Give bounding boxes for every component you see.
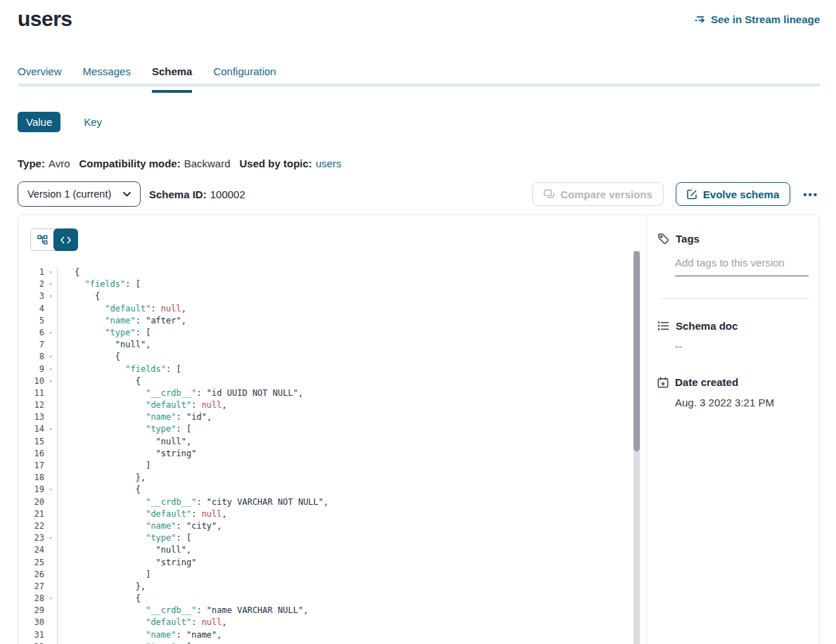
schema-content: 1▾{2▾ "fields": [3▾ {4 "default": null,5… xyxy=(18,214,820,644)
value-toggle-button[interactable]: Value xyxy=(18,112,60,132)
schema-id: Schema ID: 100002 xyxy=(149,188,245,200)
schema-meta-row: Type: Avro Compatibility mode: Backward … xyxy=(18,157,820,169)
fold-spacer xyxy=(44,544,57,556)
code-editor[interactable]: 1▾{2▾ "fields": [3▾ {4 "default": null,5… xyxy=(18,266,646,644)
code-line: 12 "default": null, xyxy=(18,399,646,411)
fold-toggle-icon[interactable]: ▾ xyxy=(44,375,57,387)
date-created-value: Aug. 3 2022 3:21 PM xyxy=(675,397,806,408)
page-title: users xyxy=(18,7,72,31)
fold-spacer xyxy=(44,472,57,484)
code-line: 18 }, xyxy=(18,472,646,484)
line-number: 5 xyxy=(18,315,44,327)
code-text: "null", xyxy=(57,436,646,448)
date-created-title: Date created xyxy=(675,376,738,388)
chevron-down-icon xyxy=(123,192,131,197)
compare-versions-button[interactable]: Compare versions xyxy=(532,182,664,206)
tag-icon xyxy=(657,233,669,245)
fold-spacer xyxy=(44,617,57,629)
code-text: "name": "name", xyxy=(57,629,646,641)
code-text: "name": "id", xyxy=(57,411,646,423)
code-line: 27 }, xyxy=(18,581,646,593)
fold-toggle-icon[interactable]: ▾ xyxy=(44,363,57,375)
fold-spacer xyxy=(44,303,57,315)
code-line: 25 "string" xyxy=(18,557,646,569)
fold-toggle-icon[interactable]: ▾ xyxy=(44,641,57,644)
line-number: 17 xyxy=(18,460,44,472)
code-text: "type": [ xyxy=(57,532,646,544)
code-line: 11 "__crdb__": "id UUID NOT NULL", xyxy=(18,387,646,399)
tab-overview[interactable]: Overview xyxy=(18,65,62,84)
tab-messages[interactable]: Messages xyxy=(83,65,131,84)
fold-spacer xyxy=(44,339,57,351)
code-text: { xyxy=(57,290,646,302)
code-line: 30 "default": null, xyxy=(18,617,646,629)
code-text: "__crdb__": "name VARCHAR NULL", xyxy=(57,605,646,617)
code-line: 26 ] xyxy=(18,569,646,581)
code-text: "type": [ xyxy=(57,423,646,435)
fold-toggle-icon[interactable]: ▾ xyxy=(44,327,57,339)
code-text: "string" xyxy=(57,557,646,569)
tree-view-button[interactable] xyxy=(31,229,54,250)
code-text: ] xyxy=(57,460,646,472)
line-number: 6 xyxy=(18,327,44,339)
schema-doc-header: Schema doc xyxy=(657,320,806,332)
fold-toggle-icon[interactable]: ▾ xyxy=(44,532,57,544)
fold-toggle-icon[interactable]: ▾ xyxy=(44,423,57,435)
tab-configuration[interactable]: Configuration xyxy=(213,65,276,84)
code-text: "string" xyxy=(57,448,646,460)
fold-spacer xyxy=(44,460,57,472)
line-number: 16 xyxy=(18,448,44,460)
fold-toggle-icon[interactable]: ▾ xyxy=(44,351,57,363)
fold-toggle-icon[interactable]: ▾ xyxy=(44,484,57,496)
line-number: 10 xyxy=(18,375,44,387)
evolve-schema-button[interactable]: Evolve schema xyxy=(676,182,790,206)
line-number: 13 xyxy=(18,411,44,423)
editor-scrollbar-thumb[interactable] xyxy=(634,251,640,451)
code-text: "__crdb__": "city VARCHAR NOT NULL", xyxy=(57,496,646,508)
code-line: 20 "__crdb__": "city VARCHAR NOT NULL", xyxy=(18,496,646,508)
code-line: 16 "string" xyxy=(18,448,646,460)
editor-scrollbar-track[interactable] xyxy=(634,251,640,644)
fold-spacer xyxy=(44,436,57,448)
code-text: "type": [ xyxy=(57,327,646,339)
fold-toggle-icon[interactable]: ▾ xyxy=(44,278,57,290)
fold-toggle-icon[interactable]: ▾ xyxy=(44,266,57,278)
see-in-stream-lineage-link[interactable]: See in Stream lineage xyxy=(694,13,820,25)
code-view-button[interactable] xyxy=(53,228,78,251)
version-bar: Version 1 (current) Schema ID: 100002 Co… xyxy=(18,181,820,207)
code-line: 21 "default": null, xyxy=(18,508,646,520)
fold-spacer xyxy=(44,315,57,327)
code-text: "name": "city", xyxy=(57,520,646,532)
key-toggle-button[interactable]: Key xyxy=(84,116,102,128)
code-view-icon xyxy=(60,236,71,244)
tab-schema[interactable]: Schema xyxy=(152,65,193,84)
code-line: 31 "name": "name", xyxy=(18,629,646,641)
line-number: 7 xyxy=(18,339,44,351)
code-line: 9▾ "fields": [ xyxy=(18,363,646,375)
line-number: 3 xyxy=(18,290,44,302)
more-options-button[interactable]: ••• xyxy=(802,186,820,203)
value-key-toggle: Value Key xyxy=(18,112,820,132)
date-created-header: Date created xyxy=(657,376,806,388)
compatibility-label: Compatibility mode: xyxy=(79,157,180,169)
code-line: 22 "name": "city", xyxy=(18,520,646,532)
fold-spacer xyxy=(44,557,57,569)
version-select[interactable]: Version 1 (current) xyxy=(18,181,141,207)
line-number: 19 xyxy=(18,484,44,496)
line-number: 32 xyxy=(18,641,44,644)
fold-spacer xyxy=(44,387,57,399)
code-line: 13 "name": "id", xyxy=(18,411,646,423)
fold-toggle-icon[interactable]: ▾ xyxy=(44,290,57,302)
code-line: 5 "name": "after", xyxy=(18,315,646,327)
code-line: 14▾ "type": [ xyxy=(18,423,646,435)
line-number: 24 xyxy=(18,544,44,556)
tags-input[interactable] xyxy=(675,254,809,276)
code-line: 19▾ { xyxy=(18,484,646,496)
line-number: 9 xyxy=(18,363,44,375)
line-number: 8 xyxy=(18,351,44,363)
code-line: 29 "__crdb__": "name VARCHAR NULL", xyxy=(18,605,646,617)
code-text: ] xyxy=(57,569,646,581)
topic-link[interactable]: users xyxy=(316,157,342,169)
fold-toggle-icon[interactable]: ▾ xyxy=(44,593,57,605)
type-value: Avro xyxy=(49,157,70,169)
